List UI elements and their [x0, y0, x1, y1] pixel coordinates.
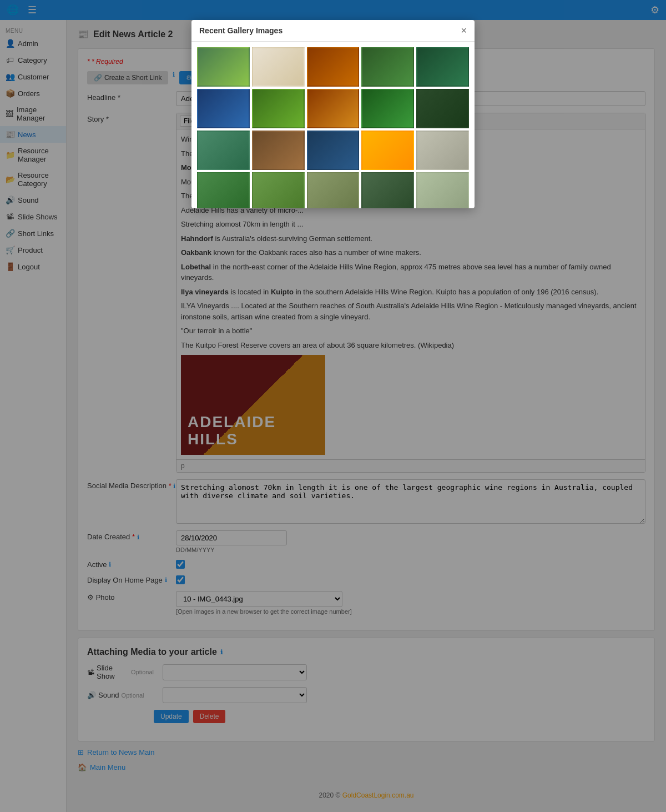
gallery-grid	[197, 47, 469, 208]
gallery-thumb-20[interactable]	[416, 172, 469, 208]
gallery-thumb-2[interactable]	[252, 47, 305, 87]
gallery-modal-overlay[interactable]: Recent Gallery Images ×	[0, 0, 666, 812]
gallery-thumb-3[interactable]	[307, 47, 360, 87]
gallery-thumb-17[interactable]	[252, 172, 305, 208]
gallery-thumb-8[interactable]	[307, 89, 360, 128]
gallery-thumb-6[interactable]	[197, 89, 250, 128]
gallery-thumb-1[interactable]	[197, 47, 250, 87]
gallery-thumb-11[interactable]	[197, 131, 250, 170]
modal-close-button[interactable]: ×	[461, 26, 467, 36]
modal-header: Recent Gallery Images ×	[191, 20, 475, 42]
gallery-thumb-12[interactable]	[252, 131, 305, 170]
modal-body	[191, 42, 475, 208]
gallery-modal: Recent Gallery Images ×	[191, 20, 475, 208]
gallery-thumb-19[interactable]	[361, 172, 414, 208]
gallery-thumb-4[interactable]	[361, 47, 414, 87]
gallery-thumb-15[interactable]	[416, 131, 469, 170]
modal-title: Recent Gallery Images	[199, 26, 282, 35]
gallery-thumb-14[interactable]	[361, 131, 414, 170]
gallery-thumb-16[interactable]	[197, 172, 250, 208]
gallery-thumb-18[interactable]	[307, 172, 360, 208]
gallery-thumb-5[interactable]	[416, 47, 469, 87]
gallery-thumb-7[interactable]	[252, 89, 305, 128]
gallery-thumb-10[interactable]	[416, 89, 469, 128]
gallery-thumb-13[interactable]	[307, 131, 360, 170]
gallery-thumb-9[interactable]	[361, 89, 414, 128]
